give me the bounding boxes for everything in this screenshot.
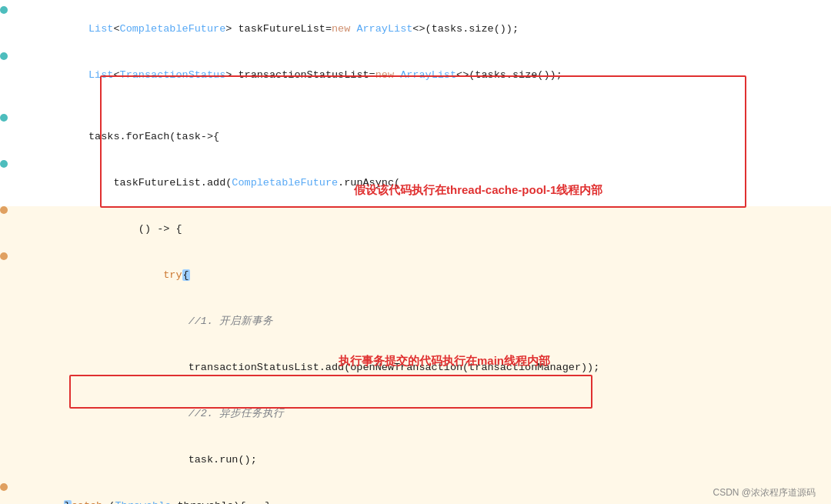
line-content-try: try{ (22, 252, 831, 299)
code-line-lambda: () -> { (0, 206, 831, 252)
line-content-c2: //2. 异步任务执行 (22, 391, 831, 437)
gutter-icons-1 (0, 6, 22, 14)
gutter-icons-lam (0, 206, 22, 214)
gutter-circle (0, 252, 8, 260)
code-line-catch: }catch (Throwable throwable){...} (0, 483, 831, 504)
gutter-circle (0, 483, 8, 491)
line-content-b1 (22, 98, 831, 114)
gutter-icons-2 (0, 52, 22, 60)
line-content-tr: task.run(); (22, 437, 831, 483)
gutter-circle (0, 114, 8, 122)
code-line-taskrun: task.run(); (0, 437, 831, 483)
code-line-blank1 (0, 98, 831, 114)
code-container: List<CompletableFuture> taskFutureList=n… (0, 0, 831, 504)
code-line-2: List<TransactionStatus> transactionStatu… (0, 52, 831, 98)
code-line-txadd: transactionStatusList.add(openNewTransac… (0, 345, 831, 391)
code-line-comment1: //1. 开启新事务 (0, 299, 831, 345)
line-content-lam: () -> { (22, 206, 831, 252)
line-content-fe: tasks.forEach(task->{ (22, 114, 831, 160)
gutter-icons-fe (0, 114, 22, 122)
gutter-circle (0, 206, 8, 214)
gutter-icons-catch (0, 483, 22, 491)
gutter-circle (0, 52, 8, 60)
line-content-catch: }catch (Throwable throwable){...} (22, 483, 831, 504)
line-content-txadd: transactionStatusList.add(openNewTransac… (22, 345, 831, 391)
line-content-add: taskFutureList.add(CompletableFuture.run… (22, 160, 831, 206)
code-line-foreach: tasks.forEach(task->{ (0, 114, 831, 160)
footer: CSDN @浓浓程序道源码 (713, 486, 816, 499)
gutter-circle (0, 6, 8, 14)
gutter-icons-try (0, 252, 22, 260)
line-content-c1: //1. 开启新事务 (22, 299, 831, 345)
code-line-try: try{ (0, 252, 831, 299)
gutter-circle (0, 160, 8, 168)
line-content-2: List<TransactionStatus> transactionStatu… (22, 52, 831, 98)
code-line-1: List<CompletableFuture> taskFutureList=n… (0, 6, 831, 52)
gutter-icons-add (0, 160, 22, 168)
line-content-1: List<CompletableFuture> taskFutureList=n… (22, 6, 831, 52)
code-line-comment2: //2. 异步任务执行 (0, 391, 831, 437)
code-line-add: taskFutureList.add(CompletableFuture.run… (0, 160, 831, 206)
